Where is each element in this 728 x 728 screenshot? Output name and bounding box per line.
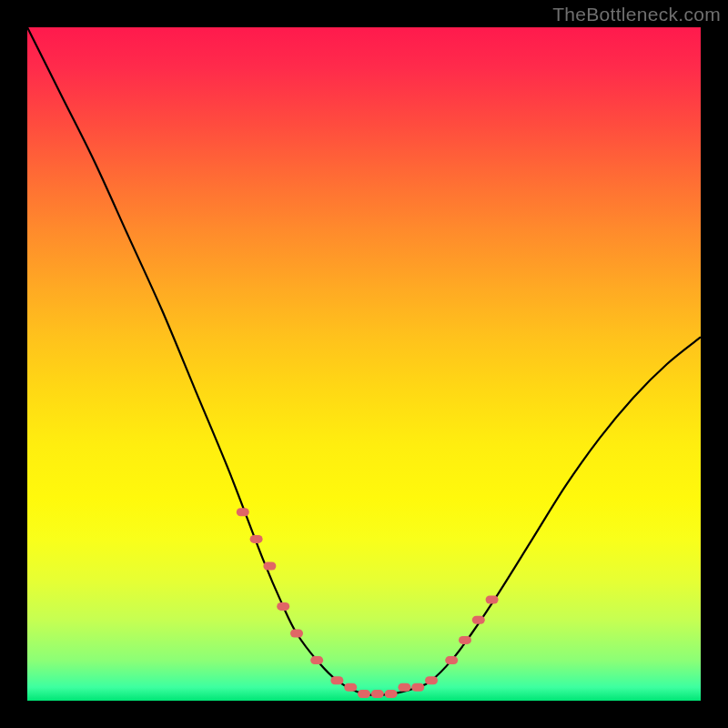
marker	[472, 616, 485, 624]
marker	[486, 596, 499, 604]
marker	[398, 683, 410, 692]
marker	[385, 690, 398, 698]
marker	[290, 630, 303, 638]
marker	[371, 690, 384, 698]
marker	[330, 676, 343, 684]
marker	[250, 535, 263, 543]
highlighted-points	[237, 508, 499, 698]
marker	[344, 683, 357, 692]
chart-frame: TheBottleneck.com	[0, 0, 728, 728]
marker	[445, 656, 458, 664]
marker	[358, 690, 370, 698]
bottleneck-curve	[27, 27, 701, 695]
plot-area	[27, 27, 701, 701]
marker	[425, 676, 438, 684]
marker	[310, 656, 323, 664]
marker	[237, 508, 249, 516]
curve-svg	[27, 27, 701, 701]
marker	[263, 562, 276, 571]
marker	[459, 636, 471, 644]
watermark: TheBottleneck.com	[552, 4, 721, 25]
marker	[277, 602, 289, 611]
marker	[411, 683, 424, 692]
